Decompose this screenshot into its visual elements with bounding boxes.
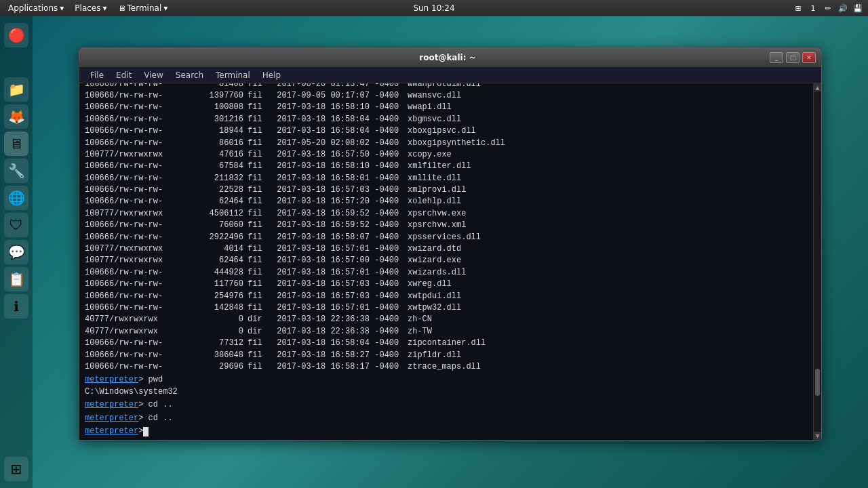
dock-item-1[interactable]: 🔴 — [4, 23, 28, 47]
file-name: xwreg.dll — [408, 279, 452, 290]
file-row: 100666/rw-rw-rw-386048fil 2017-03-18 16:… — [85, 350, 808, 361]
file-type: fil — [248, 138, 272, 149]
file-date: 2017-03-18 16:59:52 -0400 — [272, 220, 408, 231]
file-perms: 100666/rw-rw-rw- — [85, 220, 197, 231]
dock-item-network[interactable]: 🌐 — [4, 186, 28, 210]
menu-edit[interactable]: Edit — [111, 69, 137, 81]
file-size: 0 — [197, 326, 248, 338]
dock-item-browser[interactable]: 🦊 — [4, 104, 28, 129]
file-date: 2017-05-20 02:08:02 -0400 — [272, 138, 408, 149]
file-row: 100666/rw-rw-rw-444928fil 2017-03-18 16:… — [85, 267, 808, 279]
dock-item-tool1[interactable]: 🔧 — [4, 159, 28, 183]
file-row: 100666/rw-rw-rw-2922496fil 2017-03-18 16… — [85, 232, 808, 243]
file-name: xpsservices.dll — [408, 232, 481, 243]
file-row: 100777/rwxrwxrwx4506112fil 2017-03-18 16… — [85, 208, 808, 220]
file-type: fil — [248, 83, 272, 90]
file-size: 444928 — [197, 267, 248, 279]
file-row: 40777/rwxrwxrwx0dir 2017-03-18 22:36:38 … — [85, 314, 808, 325]
file-perms: 100777/rwxrwxrwx — [85, 255, 197, 266]
dock-item-terminal[interactable]: 🖥 — [4, 131, 28, 156]
dock-item-2[interactable] — [15, 50, 18, 75]
scroll-up[interactable]: ▲ — [814, 83, 821, 92]
file-size: 18944 — [197, 125, 248, 137]
menu-view[interactable]: View — [138, 69, 168, 81]
dock-item-info[interactable]: ℹ — [4, 294, 28, 319]
file-row: 100666/rw-rw-rw-18944fil 2017-03-18 16:5… — [85, 125, 808, 137]
file-date: 2017-03-18 16:58:27 -0400 — [272, 350, 408, 361]
menu-file[interactable]: File — [85, 69, 109, 81]
file-date: 2017-03-18 16:57:03 -0400 — [272, 184, 408, 196]
storage-icon[interactable]: 💾 — [852, 2, 864, 14]
scrollbar[interactable]: ▲ ▼ — [813, 83, 821, 440]
file-perms: 100666/rw-rw-rw- — [85, 196, 197, 207]
file-perms: 100666/rw-rw-rw- — [85, 173, 197, 184]
terminal-titlebar: root@kali: ~ _ □ ✕ — [79, 48, 821, 67]
file-date: 2017-03-18 22:36:38 -0400 — [272, 326, 408, 338]
file-size: 2922496 — [197, 232, 248, 243]
file-name: wwansvc.dll — [408, 90, 461, 102]
scroll-down[interactable]: ▼ — [814, 432, 821, 440]
prompt: meterpreter — [85, 413, 138, 424]
file-row: 100666/rw-rw-rw-211832fil 2017-03-18 16:… — [85, 173, 808, 184]
file-name: xwizard.dtd — [408, 243, 461, 255]
dock-item-notes[interactable]: 📋 — [4, 267, 28, 291]
file-type: dir — [248, 326, 272, 338]
file-type: dir — [248, 314, 272, 325]
file-row: 100666/rw-rw-rw-81408fil 2017-06-20 01:1… — [85, 83, 808, 90]
file-name: zh-TW — [408, 326, 432, 338]
dock-item-chat[interactable]: 💬 — [4, 240, 28, 264]
file-date: 2017-03-18 16:58:10 -0400 — [272, 102, 408, 113]
file-perms: 40777/rwxrwxrwx — [85, 314, 197, 325]
file-type: fil — [248, 184, 272, 196]
file-row: 100666/rw-rw-rw-62464fil 2017-03-18 16:5… — [85, 196, 808, 207]
close-button[interactable]: ✕ — [802, 52, 816, 63]
file-date: 2017-03-18 16:58:17 -0400 — [272, 361, 408, 373]
file-perms: 100666/rw-rw-rw- — [85, 90, 197, 102]
prompt: meterpreter — [85, 399, 138, 411]
file-date: 2017-03-18 16:58:01 -0400 — [272, 173, 408, 184]
dock-item-files[interactable]: 📁 — [4, 77, 28, 102]
file-name: xboxgipsvc.dll — [408, 125, 476, 137]
terminal-output[interactable]: 100666/rw-rw-rw-565760fil 2017-03-18 16:… — [79, 83, 813, 440]
file-perms: 100666/rw-rw-rw- — [85, 138, 197, 149]
file-type: fil — [248, 161, 272, 172]
file-size: 4014 — [197, 243, 248, 255]
dock-item-apps[interactable]: ⊞ — [4, 457, 28, 481]
file-name: xpsrchvw.exe — [408, 208, 466, 220]
places-menu[interactable]: Places ▾ — [71, 2, 111, 14]
file-row: 100666/rw-rw-rw-77312fil 2017-03-18 16:5… — [85, 338, 808, 349]
file-size: 29696 — [197, 361, 248, 373]
clock: Sun 10:24 — [413, 3, 454, 13]
file-size: 0 — [197, 314, 248, 325]
file-perms: 100666/rw-rw-rw- — [85, 338, 197, 349]
volume-icon[interactable]: 🔊 — [837, 2, 849, 14]
terminal-arrow: ▾ — [163, 3, 167, 13]
file-name: xpsrchvw.xml — [408, 220, 466, 231]
command-text: > cd .. — [138, 399, 172, 411]
file-date: 2017-03-18 16:58:10 -0400 — [272, 161, 408, 172]
menu-help[interactable]: Help — [257, 69, 286, 81]
file-perms: 100666/rw-rw-rw- — [85, 361, 197, 373]
file-row: 100666/rw-rw-rw-117760fil 2017-03-18 16:… — [85, 279, 808, 290]
maximize-button[interactable]: □ — [786, 52, 800, 63]
file-perms: 100777/rwxrwxrwx — [85, 243, 197, 255]
pencil-icon[interactable]: ✏ — [822, 2, 834, 14]
terminal-menu[interactable]: 🖥 Terminal ▾ — [114, 2, 172, 14]
taskbar-left: Applications ▾ Places ▾ 🖥 Terminal ▾ — [4, 2, 172, 14]
scroll-thumb[interactable] — [815, 369, 820, 396]
network-icon[interactable]: ⊞ — [792, 2, 804, 14]
file-type: fil — [248, 220, 272, 231]
file-date: 2017-03-18 16:57:01 -0400 — [272, 267, 408, 279]
file-type: fil — [248, 302, 272, 314]
menu-search[interactable]: Search — [170, 69, 209, 81]
menu-terminal[interactable]: Terminal — [210, 69, 256, 81]
file-perms: 100666/rw-rw-rw- — [85, 279, 197, 290]
applications-menu[interactable]: Applications ▾ — [4, 2, 68, 14]
file-type: fil — [248, 361, 272, 373]
battery-icon[interactable]: 1 — [807, 2, 819, 14]
minimize-button[interactable]: _ — [770, 52, 783, 63]
file-row: 100666/rw-rw-rw-301216fil 2017-03-18 16:… — [85, 114, 808, 125]
file-size: 22528 — [197, 184, 248, 196]
file-date: 2017-03-18 16:57:01 -0400 — [272, 302, 408, 314]
dock-item-security[interactable]: 🛡 — [4, 213, 28, 237]
